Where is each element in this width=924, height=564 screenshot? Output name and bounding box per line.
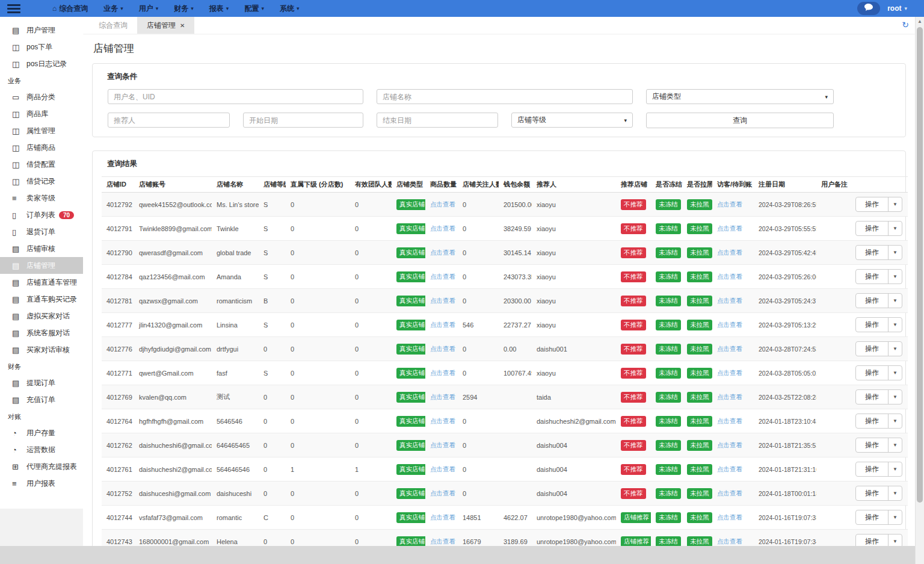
goods-view-link[interactable]: 点击查看 [430,225,455,232]
close-icon[interactable]: ✕ [180,22,185,29]
chevron-down-icon[interactable]: ▼ [888,438,902,452]
end-date-input[interactable] [377,113,498,128]
visitors-view-link[interactable]: 点击查看 [717,273,742,280]
sidebar-item[interactable]: ◫pos下单 [0,39,83,55]
goods-view-link[interactable]: 点击查看 [430,441,455,448]
sidebar-item[interactable]: ▤直通车购买记录 [0,291,83,308]
goods-view-link[interactable]: 点击查看 [430,369,455,376]
action-button[interactable]: 操作▼ [855,197,902,212]
tab-active[interactable]: 店铺管理✕ [137,17,194,34]
chevron-down-icon[interactable]: ▼ [888,197,902,211]
sidebar-item[interactable]: ◫商品库 [0,105,83,122]
scrollbar-thumb[interactable] [917,27,923,503]
shop-name-input[interactable] [377,89,633,104]
chevron-down-icon[interactable]: ▼ [888,462,902,476]
shop-level-select[interactable]: 店铺等级 ▾ [511,113,633,128]
action-button[interactable]: 操作▼ [855,365,902,380]
action-button[interactable]: 操作▼ [855,317,902,332]
visitors-view-link[interactable]: 点击查看 [717,538,742,545]
user-menu[interactable]: root ▾ [887,4,907,13]
visitors-view-link[interactable]: 点击查看 [717,225,742,232]
sidebar-item[interactable]: ▤买家对话审核 [0,341,83,358]
action-button[interactable]: 操作▼ [855,414,902,429]
sidebar-item[interactable]: ▤店铺直通车管理 [0,274,83,291]
goods-view-link[interactable]: 点击查看 [430,297,455,304]
goods-view-link[interactable]: 点击查看 [430,513,455,521]
goods-view-link[interactable]: 点击查看 [430,321,455,328]
visitors-view-link[interactable]: 点击查看 [717,345,742,352]
visitors-view-link[interactable]: 点击查看 [717,297,742,304]
referrer-input[interactable] [108,113,230,128]
vertical-scrollbar[interactable]: ▲ [915,17,924,564]
sidebar-item[interactable]: ◫属性管理 [0,122,83,139]
action-button[interactable]: 操作▼ [855,486,902,501]
sidebar-item[interactable]: ▯退货订单 [0,223,83,240]
refresh-icon[interactable]: ↻ [902,20,909,29]
visitors-view-link[interactable]: 点击查看 [717,393,742,400]
scroll-up-icon[interactable]: ▲ [916,17,924,26]
nav-menu-item[interactable]: 报表▾ [202,4,237,14]
hamburger-menu-icon[interactable] [0,4,28,13]
action-button[interactable]: 操作▼ [855,510,902,525]
chevron-down-icon[interactable]: ▼ [888,390,902,404]
action-button[interactable]: 操作▼ [855,341,902,356]
goods-view-link[interactable]: 点击查看 [430,200,455,208]
goods-view-link[interactable]: 点击查看 [430,393,455,400]
action-button[interactable]: 操作▼ [855,462,902,477]
nav-menu-item[interactable]: 系统▾ [272,4,307,14]
start-date-input[interactable] [243,113,363,128]
visitors-view-link[interactable]: 点击查看 [717,465,742,473]
chevron-down-icon[interactable]: ▼ [888,414,902,428]
visitors-view-link[interactable]: 点击查看 [717,417,742,424]
chevron-down-icon[interactable]: ▼ [888,270,902,284]
sidebar-item[interactable]: ≡卖家等级 [0,190,83,206]
sidebar-item[interactable]: ▭商品分类 [0,88,83,105]
chevron-down-icon[interactable]: ▼ [888,246,902,259]
goods-view-link[interactable]: 点击查看 [430,489,455,497]
visitors-view-link[interactable]: 点击查看 [717,441,742,448]
sidebar-item[interactable]: ▤店铺审核 [0,240,83,257]
goods-view-link[interactable]: 点击查看 [430,345,455,352]
nav-menu-item[interactable]: ⌂综合查询 [45,4,96,14]
visitors-view-link[interactable]: 点击查看 [717,513,742,521]
chat-button[interactable] [857,2,880,15]
visitors-view-link[interactable]: 点击查看 [717,200,742,208]
shop-type-select[interactable]: 店铺类型 ▾ [646,89,834,104]
sidebar-item[interactable]: ◫店铺商品 [0,139,83,156]
chevron-down-icon[interactable]: ▼ [888,222,902,235]
nav-menu-item[interactable]: 配置▾ [236,4,272,14]
action-button[interactable]: 操作▼ [855,293,902,308]
nav-menu-item[interactable]: 业务▾ [96,4,131,14]
nav-menu-item[interactable]: 财务▾ [166,4,202,14]
visitors-view-link[interactable]: 点击查看 [717,489,742,497]
search-button[interactable]: 查询 [646,113,834,128]
action-button[interactable]: 操作▼ [855,389,902,404]
nav-menu-item[interactable]: 用户▾ [131,4,167,14]
sidebar-item[interactable]: ◫pos日志记录 [0,55,83,72]
sidebar-item[interactable]: ▤用户管理 [0,22,83,39]
action-button[interactable]: 操作▼ [855,438,902,453]
goods-view-link[interactable]: 点击查看 [430,273,455,280]
goods-view-link[interactable]: 点击查看 [430,417,455,424]
chevron-down-icon[interactable]: ▼ [888,342,902,356]
chevron-down-icon[interactable]: ▼ [888,294,902,308]
sidebar-item[interactable]: ≡用户报表 [0,475,83,492]
sidebar-item[interactable]: ◔运营数据 [0,441,83,458]
sidebar-item[interactable]: ▤店铺管理 [0,257,83,274]
action-button[interactable]: 操作▼ [855,269,902,284]
visitors-view-link[interactable]: 点击查看 [717,369,742,376]
chevron-down-icon[interactable]: ▼ [888,366,902,380]
sidebar-item[interactable]: ▤系统客服对话 [0,324,83,341]
sidebar-item[interactable]: ▤虚拟买家对话 [0,308,83,324]
chevron-down-icon[interactable]: ▼ [888,486,902,500]
visitors-view-link[interactable]: 点击查看 [717,321,742,328]
sidebar-item[interactable]: ▤提现订单 [0,374,83,391]
sidebar-item[interactable]: ⊞代理商充提报表 [0,458,83,475]
chevron-down-icon[interactable]: ▼ [888,510,902,524]
sidebar-item[interactable]: ◔用户存量 [0,424,83,441]
goods-view-link[interactable]: 点击查看 [430,538,455,545]
sidebar-item[interactable]: ◫借贷记录 [0,173,83,190]
visitors-view-link[interactable]: 点击查看 [717,249,742,256]
sidebar-item[interactable]: ▯订单列表70 [0,206,83,223]
tab-inactive[interactable]: 综合查询 [89,17,137,34]
